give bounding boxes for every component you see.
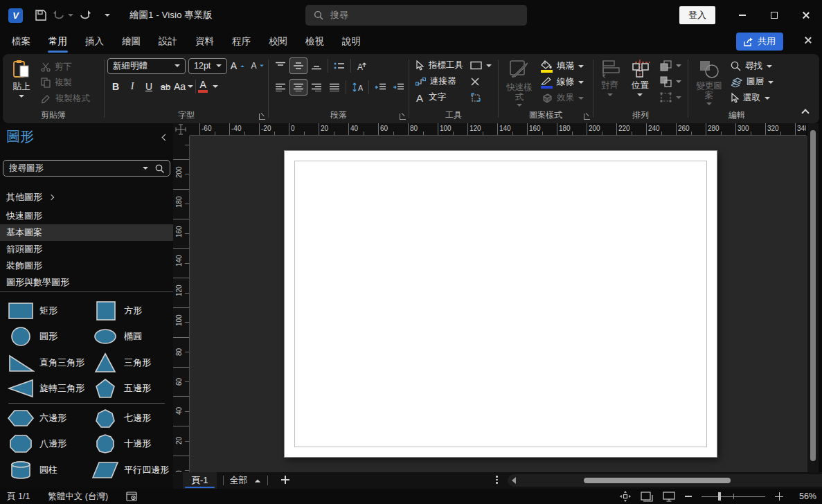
- more-shapes-button[interactable]: 其他圖形: [6, 191, 53, 204]
- redo-button[interactable]: [74, 4, 96, 26]
- close-document-button[interactable]: [804, 36, 812, 46]
- visio-app-icon[interactable]: V: [8, 8, 23, 23]
- text-tool-button[interactable]: A 文字: [412, 89, 467, 105]
- maximize-button[interactable]: [758, 0, 790, 30]
- connection-point-tool-button[interactable]: [467, 73, 495, 89]
- scroll-left-arrow[interactable]: [512, 477, 516, 484]
- change-case-button[interactable]: Aa: [174, 78, 193, 95]
- collapse-ribbon-button[interactable]: [803, 107, 808, 118]
- collapse-shapes-panel-button[interactable]: [163, 132, 168, 142]
- signin-button[interactable]: 登入: [679, 6, 715, 24]
- stencil-快速圖形[interactable]: 快速圖形: [0, 208, 173, 224]
- all-pages-button[interactable]: 全部: [230, 474, 261, 487]
- shape-master-hexagon[interactable]: 六邊形: [3, 405, 87, 431]
- horizontal-scrollbar[interactable]: [508, 474, 822, 487]
- minimize-button[interactable]: [726, 0, 758, 30]
- underline-button[interactable]: U: [141, 78, 157, 95]
- vertical-ruler[interactable]: 200 180 160 140 120 100 80 60 40 20 0: [173, 136, 190, 472]
- shape-master-right-triangle[interactable]: 直角三角形: [3, 350, 87, 376]
- effects-button[interactable]: 效果: [537, 90, 587, 106]
- align-right-button[interactable]: [307, 79, 325, 96]
- line-button[interactable]: 線條: [537, 74, 587, 90]
- bold-button[interactable]: B: [107, 78, 124, 95]
- shape-master-pentagon[interactable]: 五邊形: [87, 376, 172, 402]
- menu-tab-資料[interactable]: 資料: [186, 30, 223, 54]
- align-top-button[interactable]: [271, 57, 289, 74]
- position-button[interactable]: 位置: [627, 57, 654, 96]
- page-tab-overflow-button[interactable]: [496, 476, 498, 484]
- shape-master-parallelogram[interactable]: 平行四邊形: [87, 457, 172, 483]
- shape-master-decagon[interactable]: 十邊形: [87, 431, 172, 458]
- menu-tab-程序[interactable]: 程序: [223, 30, 260, 54]
- font-dialog-launcher[interactable]: [259, 114, 265, 120]
- align-left-button[interactable]: [271, 79, 289, 96]
- connector-tool-button[interactable]: 連接器: [412, 73, 467, 89]
- font-color-button[interactable]: A: [198, 78, 218, 95]
- font-size-combo[interactable]: 12pt: [188, 58, 227, 74]
- align-button[interactable]: 對齊: [596, 57, 624, 96]
- bullets-button[interactable]: [330, 57, 348, 74]
- shape-master-circle[interactable]: 圓形: [3, 324, 87, 350]
- text-block-tool-button[interactable]: [467, 89, 495, 105]
- new-page-button[interactable]: [281, 476, 289, 486]
- horizontal-scrollbar-thumb[interactable]: [584, 478, 731, 483]
- align-center-button[interactable]: [289, 79, 307, 96]
- strikethrough-button[interactable]: ab: [157, 78, 174, 95]
- menu-tab-檢視[interactable]: 檢視: [296, 30, 333, 54]
- shape-styles-dialog-launcher[interactable]: [584, 114, 590, 120]
- fit-page-icon[interactable]: [641, 492, 653, 502]
- share-button[interactable]: 共用: [736, 33, 783, 51]
- grow-font-button[interactable]: A: [230, 57, 247, 74]
- align-middle-button[interactable]: [289, 57, 307, 74]
- justify-button[interactable]: [325, 79, 343, 96]
- close-button[interactable]: [790, 0, 822, 30]
- layers-button[interactable]: 圖層: [727, 74, 777, 90]
- zoom-slider[interactable]: [702, 492, 765, 501]
- pointer-tool-button[interactable]: 指標工具: [412, 57, 467, 73]
- search-box[interactable]: 搜尋: [305, 5, 527, 26]
- shape-master-octagon[interactable]: 八邊形: [3, 431, 87, 458]
- stencil-裝飾圖形[interactable]: 裝飾圖形: [0, 258, 173, 274]
- bring-forward-button[interactable]: [656, 57, 685, 73]
- stencil-圖形與數學圖形[interactable]: 圖形與數學圖形: [0, 274, 173, 291]
- cut-button[interactable]: 剪下: [37, 59, 93, 75]
- rectangle-tool-button[interactable]: [467, 57, 495, 73]
- send-backward-button[interactable]: [656, 73, 685, 89]
- shape-master-rectangle[interactable]: 矩形: [3, 298, 87, 324]
- italic-button[interactable]: I: [124, 78, 141, 95]
- text-direction-button[interactable]: A: [353, 57, 371, 74]
- save-button[interactable]: [30, 4, 52, 26]
- group-button[interactable]: [656, 89, 685, 105]
- zoom-slider-thumb[interactable]: [718, 492, 721, 501]
- zoom-level[interactable]: 56%: [793, 492, 816, 501]
- vertical-scrollbar-thumb[interactable]: [810, 130, 816, 461]
- stencil-箭頭圖形[interactable]: 箭頭圖形: [0, 241, 173, 258]
- quick-access-toolbar-button[interactable]: [96, 4, 118, 26]
- menu-tab-校閱[interactable]: 校閱: [260, 30, 296, 54]
- line-spacing-button[interactable]: A: [348, 79, 366, 96]
- menu-tab-說明[interactable]: 說明: [333, 30, 370, 54]
- pan-zoom-icon[interactable]: [620, 491, 631, 502]
- shrink-font-button[interactable]: A: [249, 57, 266, 74]
- shape-master-ellipse[interactable]: 橢圓: [87, 324, 172, 350]
- menu-tab-插入[interactable]: 插入: [76, 30, 113, 54]
- menu-tab-檔案[interactable]: 檔案: [3, 30, 39, 54]
- fill-button[interactable]: 填滿: [537, 58, 587, 74]
- horizontal-ruler[interactable]: -60 -40 -20 0 20 40 60 80 100 120 140 16…: [190, 123, 806, 136]
- increase-indent-button[interactable]: [389, 79, 407, 96]
- zoom-in-button[interactable]: [775, 492, 783, 501]
- find-button[interactable]: 尋找: [727, 58, 777, 74]
- drawing-page[interactable]: [285, 151, 717, 457]
- font-family-combo[interactable]: 新細明體: [107, 58, 186, 74]
- decrease-indent-button[interactable]: [371, 79, 389, 96]
- menu-tab-常用[interactable]: 常用: [39, 30, 76, 54]
- paragraph-dialog-launcher[interactable]: [400, 114, 406, 120]
- shape-master-triangle[interactable]: 三角形: [87, 350, 172, 376]
- shape-master-heptagon[interactable]: 七邊形: [87, 405, 172, 431]
- menu-tab-繪圖[interactable]: 繪圖: [113, 30, 150, 54]
- page-tab[interactable]: 頁-1: [183, 472, 217, 489]
- menu-tab-設計[interactable]: 設計: [150, 30, 186, 54]
- language-indicator[interactable]: 繁體中文 (台灣): [48, 491, 108, 503]
- shape-master-rotated-triangle[interactable]: 旋轉三角形: [3, 376, 87, 402]
- select-button[interactable]: 選取: [727, 90, 777, 106]
